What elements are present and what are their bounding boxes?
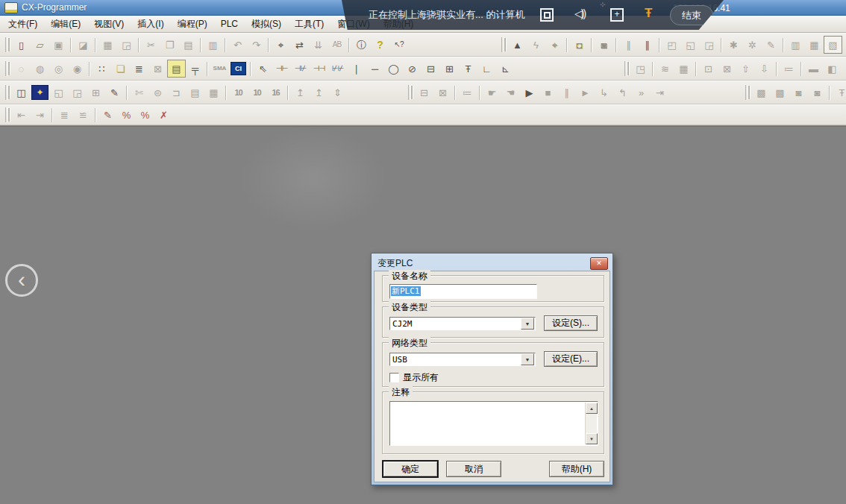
compile-all-button[interactable]: ✲: [743, 36, 762, 54]
context-help-button[interactable]: ↖?: [389, 36, 408, 54]
monitor-view-2-button[interactable]: ▦: [805, 36, 824, 54]
menu-plc[interactable]: PLC: [214, 17, 245, 31]
cancel-button[interactable]: 取消: [446, 461, 501, 477]
io-comment-button[interactable]: ▦: [204, 84, 223, 101]
redo-button[interactable]: ↷: [247, 36, 266, 54]
window-settings-button[interactable]: ◳: [631, 60, 650, 78]
show-grid-button[interactable]: ∷: [93, 60, 111, 78]
build-button[interactable]: ✦: [31, 85, 48, 100]
copy-button[interactable]: ❐: [160, 36, 179, 54]
transfer-from-plc-button[interactable]: ◲: [700, 36, 718, 54]
toolbar-grip[interactable]: [745, 85, 748, 100]
workspace-toggle-button[interactable]: ◫: [12, 84, 31, 101]
zoom-in-button[interactable]: ◍: [31, 60, 49, 78]
align-comments-button[interactable]: ≌: [74, 106, 93, 124]
diff-up-button[interactable]: Ŧ: [833, 84, 846, 101]
contact-nc-button[interactable]: ⊣⊬: [291, 60, 310, 78]
banner-drag-handle-icon[interactable]: ⊹: [600, 1, 606, 8]
new-window-icon[interactable]: +: [610, 8, 624, 22]
select-tool-button[interactable]: ⇖: [254, 60, 272, 78]
transfer-to-plc-button[interactable]: ◱: [681, 36, 700, 54]
mark-edit-button[interactable]: ✎: [98, 106, 117, 124]
upload-download-button[interactable]: ⇕: [328, 84, 347, 101]
vertical-line-button[interactable]: ∣: [347, 60, 366, 78]
show-all-checkbox[interactable]: [389, 373, 399, 382]
device-type-settings-button[interactable]: 设定(S)...: [544, 315, 598, 331]
online-find-button[interactable]: ⌖: [545, 36, 564, 54]
hand-resume-button[interactable]: ☚: [501, 84, 520, 101]
mem-view-3-button[interactable]: ◙: [789, 84, 808, 101]
mark-percent-down-button[interactable]: %: [117, 106, 136, 124]
network-type-select[interactable]: USB ▼: [389, 353, 536, 366]
horizontal-line-button[interactable]: ─: [366, 60, 384, 78]
show-rung-annotations-button[interactable]: ≣: [130, 60, 148, 78]
pause-1-button[interactable]: ∥: [619, 36, 638, 54]
zoom-out-button[interactable]: ◎: [49, 60, 68, 78]
zoom-normal-button[interactable]: ◌: [12, 60, 31, 78]
toolbar-grip[interactable]: [408, 85, 411, 100]
decimal-10-button[interactable]: 10: [229, 84, 248, 101]
pane-3-button[interactable]: ◨: [842, 60, 846, 78]
sim-watch-button[interactable]: ≔: [458, 84, 477, 101]
set-bit-button[interactable]: ⊡: [699, 60, 718, 78]
dialog-close-button[interactable]: ✕: [590, 257, 608, 270]
show-mnemonics-button[interactable]: SMA: [210, 60, 229, 78]
toolbar-grip[interactable]: [5, 37, 8, 52]
pause-2-button[interactable]: ∥: [638, 36, 657, 54]
new-button[interactable]: ▯: [12, 36, 31, 54]
compare-programs-button[interactable]: ◪: [74, 36, 93, 54]
cross-reference-button[interactable]: ✄: [130, 84, 148, 101]
toolbar-grip[interactable]: [5, 61, 8, 76]
menu-tools[interactable]: 工具(T): [288, 16, 330, 32]
sim-stop-button[interactable]: ■: [539, 84, 557, 101]
scroll-up-icon[interactable]: ▲: [586, 403, 598, 414]
menu-program[interactable]: 编程(P): [171, 16, 214, 32]
properties-button[interactable]: ✎: [105, 84, 124, 101]
menu-view[interactable]: 视图(V): [87, 16, 131, 32]
comment-scrollbar[interactable]: ▲ ▼: [585, 403, 597, 444]
menu-file[interactable]: 文件(F): [1, 16, 44, 32]
device-type-select[interactable]: CJ2M ▼: [389, 317, 536, 330]
monitor-view-4-button[interactable]: ▨: [842, 36, 846, 54]
mem-view-2-button[interactable]: ▩: [771, 84, 789, 101]
show-symbol-bar-button[interactable]: CI: [231, 62, 246, 75]
monitor-view-3-button[interactable]: ▧: [824, 36, 842, 54]
find-all-button[interactable]: ⇊: [309, 36, 328, 54]
compile-button[interactable]: ✱: [724, 36, 743, 54]
hand-pause-button[interactable]: ☛: [483, 84, 501, 101]
window-reference-button[interactable]: ◲: [68, 84, 87, 101]
menu-simulation[interactable]: 模拟(S): [245, 16, 288, 32]
address-reference-button[interactable]: ⊜: [148, 84, 167, 101]
symbol-list-button[interactable]: ▤: [186, 84, 204, 101]
back-circle-button[interactable]: ‹: [5, 264, 38, 297]
change-model-button[interactable]: AB: [328, 36, 346, 54]
print-preview-button[interactable]: ◲: [117, 36, 136, 54]
show-monitor-box-button[interactable]: ⊠: [148, 60, 167, 78]
force-on-button[interactable]: ⇧: [736, 60, 755, 78]
pin-icon[interactable]: Ŧ: [645, 6, 652, 21]
toolbar-grip[interactable]: [5, 107, 8, 122]
print-button[interactable]: ▦: [98, 36, 117, 54]
mem-view-4-button[interactable]: ◙: [808, 84, 827, 101]
sim-reset-button[interactable]: ⊠: [433, 84, 452, 101]
line-corner-button[interactable]: ∟: [477, 60, 496, 78]
program-check-button[interactable]: ◰: [662, 36, 681, 54]
menu-insert[interactable]: 插入(I): [131, 16, 170, 32]
open-button[interactable]: ▱: [31, 36, 49, 54]
dialog-titlebar[interactable]: 变更PLC ✕: [374, 256, 610, 271]
replace-button[interactable]: ⇄: [290, 36, 309, 54]
pause-monitor-button[interactable]: ◙: [595, 36, 613, 54]
step-run-button[interactable]: ►: [576, 84, 595, 101]
align-rungs-button[interactable]: ≣: [55, 106, 74, 124]
toolbar-grip[interactable]: [501, 37, 504, 52]
show-tree-button[interactable]: ╤: [186, 60, 204, 78]
mark-clear-button[interactable]: ✗: [154, 106, 173, 124]
ok-button[interactable]: 确定: [383, 461, 438, 477]
upload-1-button[interactable]: ↥: [291, 84, 310, 101]
ladder-view-button[interactable]: ▤: [167, 60, 186, 78]
output-window-button[interactable]: ⊐: [167, 84, 186, 101]
upload-2-button[interactable]: ↥: [310, 84, 328, 101]
monitor-view-1-button[interactable]: ▥: [786, 36, 805, 54]
contact-or-no-button[interactable]: ⊣⊣: [310, 60, 328, 78]
paste-button[interactable]: ▤: [179, 36, 198, 54]
